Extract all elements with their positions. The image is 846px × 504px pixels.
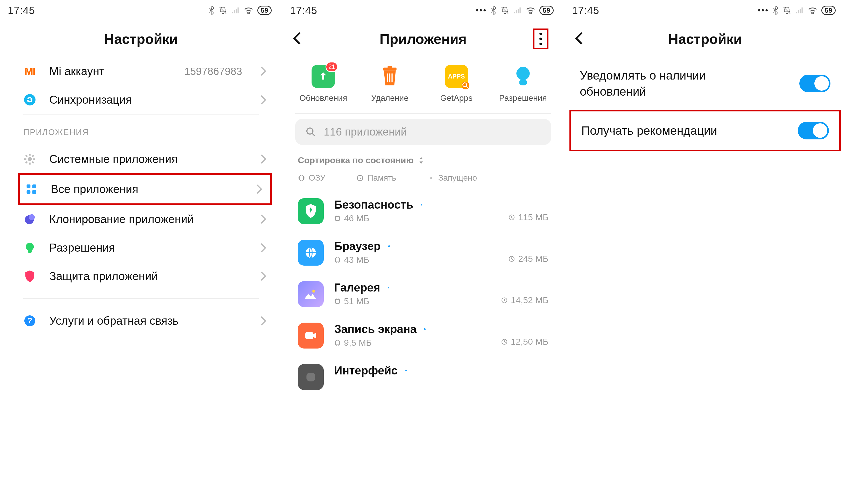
chevron-left-icon [575, 31, 583, 46]
clock-icon [356, 174, 364, 182]
filter-running[interactable]: Запущено [427, 173, 477, 183]
shortcut-uninstall[interactable]: Удаление [361, 65, 418, 103]
app-row[interactable]: Безопасность 46 МБ 115 МБ [282, 191, 564, 232]
svg-rect-29 [336, 258, 339, 262]
app-icon-gallery [298, 281, 324, 307]
back-button[interactable] [575, 31, 583, 47]
chevron-left-icon [293, 31, 302, 46]
svg-text:?: ? [28, 316, 32, 325]
toggle-updates-notify[interactable]: Уведомлять о наличии обновлений [564, 57, 846, 110]
app-storage: 245 МБ [518, 254, 548, 264]
svg-point-21 [307, 128, 313, 134]
filter-storage[interactable]: Память [356, 173, 396, 183]
shortcut-label: Разрешения [499, 93, 547, 103]
row-app-protection[interactable]: Защита приложений [0, 262, 282, 290]
filter-ram[interactable]: ОЗУ [298, 173, 325, 183]
signal-icon [795, 6, 804, 15]
shortcut-getapps[interactable]: APPS GetApps [428, 65, 485, 103]
title-row: Настройки [0, 21, 282, 57]
dnd-icon [218, 6, 227, 15]
app-row[interactable]: Запись экрана 9,5 МБ 12,50 МБ [282, 315, 564, 356]
search-icon [306, 127, 316, 137]
toggle-recommendations[interactable]: Получать рекомендации [570, 110, 841, 151]
svg-line-22 [312, 133, 314, 136]
clock-icon [508, 255, 515, 262]
app-name: Интерфейс [334, 364, 398, 377]
more-menu-button[interactable] [533, 29, 548, 49]
spinner-icon [385, 242, 393, 250]
app-name: Запись экрана [334, 323, 416, 336]
title-row: Настройки [564, 21, 846, 57]
shortcut-label: Удаление [371, 93, 409, 103]
clone-icon [23, 213, 36, 226]
svg-point-31 [312, 290, 316, 293]
row-all-apps[interactable]: Все приложения [18, 173, 272, 205]
chip-icon [334, 256, 341, 263]
svg-rect-15 [388, 66, 392, 68]
divider [295, 113, 551, 114]
app-storage: 115 МБ [518, 212, 548, 222]
row-label: Разрешения [49, 241, 247, 254]
trash-icon [378, 65, 401, 88]
getapps-icon: APPS [445, 65, 468, 88]
svg-point-2 [28, 157, 32, 161]
status-time: 17:45 [290, 5, 317, 16]
gear-icon [23, 152, 36, 166]
toggle-label: Получать рекомендации [581, 123, 717, 139]
row-system-apps[interactable]: Системные приложения [0, 145, 282, 173]
app-row[interactable]: Интерфейс [282, 356, 564, 398]
chevron-right-icon [260, 94, 267, 105]
shortcut-permissions[interactable]: Разрешения [494, 65, 552, 103]
app-ram: 9,5 МБ [344, 338, 372, 348]
svg-rect-32 [336, 299, 339, 303]
shortcut-updates[interactable]: 21 Обновления [295, 65, 352, 103]
screen-settings: 17:45 59 Настройки MI Mi аккаунт 1597867… [0, 0, 282, 504]
filter-label: ОЗУ [309, 173, 325, 183]
svg-point-1 [24, 94, 36, 106]
app-row[interactable]: Галерея 51 МБ 14,52 МБ [282, 273, 564, 315]
row-mi-account[interactable]: MI Mi аккаунт 1597867983 [0, 57, 282, 86]
app-row[interactable]: Браузер 43 МБ 245 МБ [282, 232, 564, 273]
updates-icon: 21 [311, 65, 335, 88]
filter-label: Память [367, 173, 396, 183]
filter-label: Запущено [438, 173, 477, 183]
app-main: Галерея 51 МБ [334, 281, 491, 306]
clock-icon [508, 214, 515, 221]
row-permissions[interactable]: Разрешения [0, 233, 282, 262]
bluetooth-icon [491, 6, 497, 15]
svg-rect-6 [32, 190, 36, 194]
row-feedback[interactable]: ? Услуги и обратная связь [0, 307, 282, 335]
row-label: Клонирование приложений [49, 213, 247, 226]
page-title: Настройки [104, 31, 178, 47]
back-button[interactable] [293, 31, 302, 47]
app-main: Браузер 43 МБ [334, 240, 498, 265]
chevron-right-icon [260, 316, 267, 326]
app-ram: 43 МБ [344, 255, 370, 265]
row-label: Системные приложения [49, 152, 247, 166]
sort-dropdown[interactable]: Сортировка по состоянию [282, 152, 564, 168]
row-value: 1597867983 [184, 66, 242, 77]
sync-icon [23, 93, 36, 106]
spinner-icon [418, 201, 425, 208]
row-label: Услуги и обратная связь [49, 314, 247, 327]
switch-on[interactable] [799, 75, 830, 92]
updates-badge: 21 [326, 62, 338, 72]
app-name: Безопасность [334, 198, 413, 211]
wifi-icon [244, 6, 254, 15]
row-sync[interactable]: Синхронизация [0, 86, 282, 114]
status-icons: ••• 59 [758, 6, 835, 15]
svg-point-8 [29, 214, 35, 220]
status-bar: 17:45 59 [0, 0, 282, 21]
row-clone-apps[interactable]: Клонирование приложений [0, 205, 282, 233]
dnd-icon [501, 6, 509, 15]
battery-icon: 59 [257, 6, 272, 15]
svg-rect-3 [27, 184, 31, 188]
divider [23, 298, 259, 299]
app-storage: 12,50 МБ [511, 337, 548, 347]
svg-point-9 [26, 243, 34, 251]
switch-on[interactable] [798, 122, 829, 139]
app-icon-security [298, 198, 324, 224]
toggle-label: Уведомлять о наличии обновлений [580, 67, 761, 100]
search-input[interactable]: 116 приложений [295, 119, 551, 145]
title-row: Приложения [282, 21, 564, 57]
